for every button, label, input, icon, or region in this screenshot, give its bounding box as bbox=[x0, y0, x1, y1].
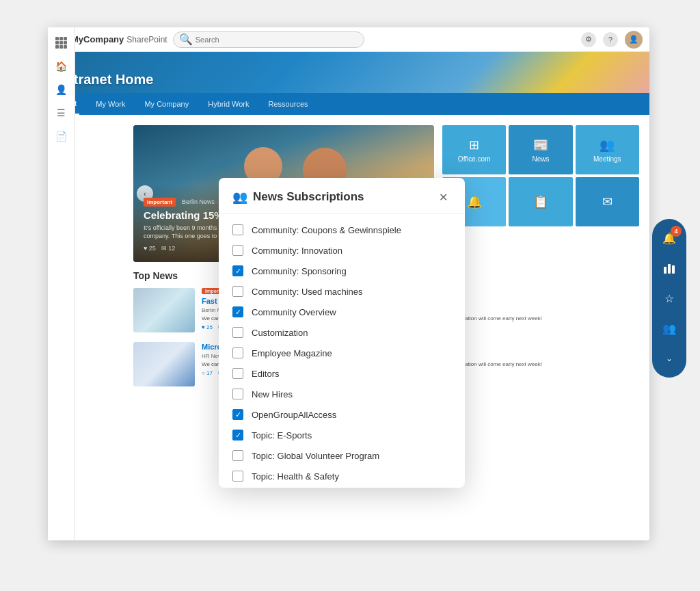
sidebar-home[interactable]: 🏠 bbox=[51, 56, 72, 77]
panel-header: 👥 News Subscriptions ✕ bbox=[219, 178, 465, 214]
tile-office[interactable]: ⊞ Office.com bbox=[442, 125, 506, 174]
subscription-checkbox-12[interactable] bbox=[232, 471, 243, 482]
subscription-checkbox-2[interactable] bbox=[232, 265, 243, 276]
search-bar[interactable]: 🔍 bbox=[173, 31, 364, 48]
subscription-checkbox-7[interactable] bbox=[232, 368, 243, 379]
svg-rect-6 bbox=[672, 265, 675, 274]
page-title: Intranet Home bbox=[62, 72, 153, 88]
subscription-label-11: Topic: Global Volunteer Program bbox=[252, 451, 379, 461]
panel-title: News Subscriptions bbox=[253, 190, 429, 204]
svg-rect-5 bbox=[668, 264, 671, 274]
tile-news[interactable]: 📰 News bbox=[509, 125, 572, 174]
subscription-checkbox-3[interactable] bbox=[232, 286, 243, 297]
news-likes-1[interactable]: ♥ 25 bbox=[202, 324, 213, 330]
tile-6[interactable]: ✉ bbox=[576, 177, 639, 226]
subscription-item-7[interactable]: Editors bbox=[219, 363, 465, 384]
page-header: Intranet Home bbox=[48, 52, 649, 93]
subscription-item-4[interactable]: Community Overview bbox=[219, 302, 465, 322]
hero-comments[interactable]: ✉ 12 bbox=[161, 245, 176, 252]
subscription-label-7: Editors bbox=[252, 369, 279, 379]
panel-close-button[interactable]: ✕ bbox=[435, 189, 451, 205]
subscription-checkbox-10[interactable] bbox=[232, 430, 243, 441]
subscription-label-1: Community: Innovation bbox=[252, 246, 342, 256]
subscription-label-12: Topic: Health & Safety bbox=[252, 471, 339, 482]
tiles-container: ⊞ Office.com 📰 News 👥 Meetings 🔔 bbox=[442, 125, 639, 270]
subscription-item-9[interactable]: OpenGroupAllAccess bbox=[219, 404, 465, 425]
subscription-item-1[interactable]: Community: Innovation bbox=[219, 240, 465, 261]
sharepoint-label: SharePoint bbox=[126, 35, 167, 44]
tile4-icon: 🔔 bbox=[467, 194, 482, 209]
subscription-checkbox-4[interactable] bbox=[232, 306, 243, 317]
subscription-item-0[interactable]: Community: Coupons & Gewinnspiele bbox=[219, 220, 465, 240]
hero-likes[interactable]: ♥ 25 bbox=[144, 245, 156, 252]
subscription-item-2[interactable]: Community: Sponsoring bbox=[219, 261, 465, 281]
tile-label-office: Office.com bbox=[458, 155, 491, 163]
subscription-label-2: Community: Sponsoring bbox=[252, 266, 347, 276]
settings-icon[interactable]: ⚙ bbox=[581, 32, 596, 47]
subscription-item-6[interactable]: Employee Magazine bbox=[219, 343, 465, 363]
subscription-item-12[interactable]: Topic: Health & Safety bbox=[219, 466, 465, 486]
subscription-item-8[interactable]: New Hires bbox=[219, 384, 465, 404]
avatar[interactable]: 👤 bbox=[625, 31, 643, 49]
subscription-checkbox-8[interactable] bbox=[232, 389, 243, 399]
subscription-label-4: Community Overview bbox=[252, 307, 336, 317]
subscription-item-5[interactable]: Customization bbox=[219, 322, 465, 343]
subscription-label-0: Community: Coupons & Gewinnspiele bbox=[252, 225, 401, 235]
sidebar-waffle[interactable] bbox=[51, 33, 72, 53]
sidebar-profile[interactable]: 👤 bbox=[51, 79, 72, 100]
analytics-btn[interactable] bbox=[656, 254, 683, 282]
tile-label-news: News bbox=[532, 155, 549, 163]
tile5-icon: 📋 bbox=[533, 194, 548, 209]
subscription-checkbox-6[interactable] bbox=[232, 347, 243, 358]
subscription-checkbox-0[interactable] bbox=[232, 224, 243, 235]
news-thumb-2 bbox=[133, 342, 195, 386]
search-icon: 🔍 bbox=[179, 33, 193, 46]
expand-btn[interactable]: ⌄ bbox=[656, 345, 683, 372]
news-subscriptions-panel: 👥 News Subscriptions ✕ Community: Coupon… bbox=[219, 178, 465, 488]
hero-badge: Important bbox=[144, 198, 176, 207]
subscription-item-10[interactable]: Topic: E-Sports bbox=[219, 425, 465, 445]
svg-rect-4 bbox=[664, 267, 667, 274]
subscription-label-6: Employee Magazine bbox=[252, 348, 332, 358]
subscription-checkbox-1[interactable] bbox=[232, 245, 243, 256]
sidebar-menu[interactable]: ☰ bbox=[51, 103, 72, 123]
news-thumb-1 bbox=[133, 288, 195, 332]
subscription-item-11[interactable]: Topic: Global Volunteer Program bbox=[219, 445, 465, 466]
tile-5[interactable]: 📋 bbox=[509, 177, 572, 226]
top-bar-right: ⚙ ? 👤 bbox=[581, 31, 643, 49]
subscription-label-8: New Hires bbox=[252, 389, 293, 399]
tile6-icon: ✉ bbox=[602, 194, 612, 209]
subscription-item-3[interactable]: Community: Used machines bbox=[219, 281, 465, 302]
news-likes-2[interactable]: ○ 17 bbox=[202, 370, 213, 376]
nav-item-hybridwork[interactable]: Hybrid Work bbox=[205, 93, 252, 115]
nav-bar: Start My Work My Company Hybrid Work Res… bbox=[48, 93, 649, 115]
sidebar-document[interactable]: 📄 bbox=[51, 126, 72, 146]
subscription-list: Community: Coupons & GewinnspieleCommuni… bbox=[219, 214, 465, 488]
subscription-label-10: Topic: E-Sports bbox=[252, 430, 312, 441]
nav-item-mycompany[interactable]: My Company bbox=[142, 93, 191, 115]
subscription-checkbox-9[interactable] bbox=[232, 409, 243, 420]
subscription-label-3: Community: Used machines bbox=[252, 287, 363, 297]
favorites-btn[interactable]: ☆ bbox=[656, 285, 683, 312]
brand-name: MyCompany bbox=[71, 34, 124, 44]
meetings-icon: 👥 bbox=[600, 137, 615, 153]
notification-btn[interactable]: 🔔 4 bbox=[656, 224, 683, 252]
nav-item-resources[interactable]: Ressources bbox=[266, 93, 311, 115]
notification-badge: 4 bbox=[671, 226, 682, 237]
right-panel: 🔔 4 ☆ 👥 ⌄ bbox=[652, 219, 686, 378]
tile-meetings[interactable]: 👥 Meetings bbox=[576, 125, 639, 174]
top-bar: M MyCompany SharePoint 🔍 ⚙ ? 👤 bbox=[48, 27, 649, 52]
help-icon[interactable]: ? bbox=[603, 32, 618, 47]
subscription-checkbox-5[interactable] bbox=[232, 327, 243, 338]
subscriptions-icon: 👥 bbox=[232, 189, 247, 205]
tile-label-meetings: Meetings bbox=[593, 155, 621, 163]
subscription-label-5: Customization bbox=[252, 328, 308, 338]
tiles-grid: ⊞ Office.com 📰 News 👥 Meetings 🔔 bbox=[442, 125, 639, 226]
community-btn[interactable]: 👥 bbox=[656, 315, 683, 342]
office-icon: ⊞ bbox=[469, 137, 479, 153]
search-input[interactable] bbox=[196, 36, 358, 44]
nav-item-mywork[interactable]: My Work bbox=[93, 93, 128, 115]
chevron-down-icon: ⌄ bbox=[666, 354, 673, 363]
subscription-checkbox-11[interactable] bbox=[232, 450, 243, 461]
news-icon: 📰 bbox=[533, 137, 548, 153]
